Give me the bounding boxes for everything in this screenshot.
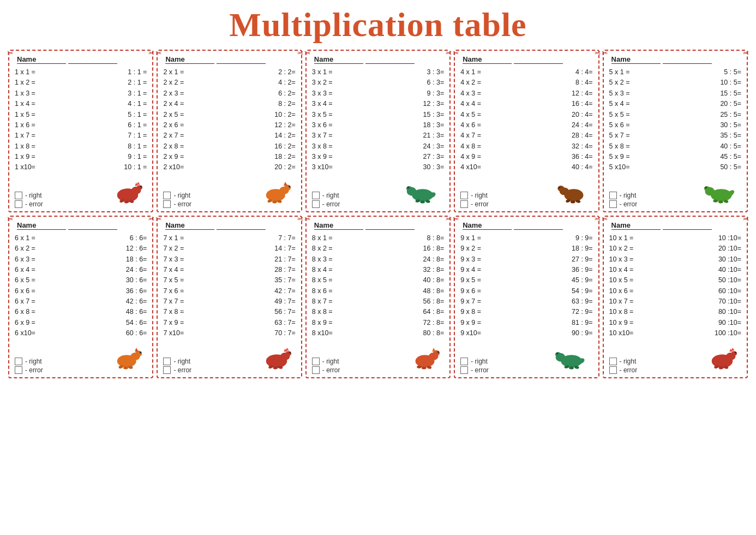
- right-checkbox[interactable]: [609, 192, 617, 199]
- name-underline: [514, 221, 563, 230]
- mult-left: 9 x 5 =: [460, 275, 493, 286]
- error-label: - error: [173, 200, 191, 208]
- dino-pink: [109, 175, 147, 208]
- legend-error-row: - error: [460, 366, 489, 374]
- mult-right: 9 : 1 =: [114, 152, 147, 162]
- svg-point-76: [735, 352, 737, 354]
- card-2: ✂ ✂ Name 2 x 1 = 2 : 2= 2 x 2 = 4 : 2= 2…: [157, 50, 302, 212]
- right-checkbox[interactable]: [163, 358, 171, 365]
- mult-row: 1 x 7 = 7 : 1 =: [15, 130, 147, 141]
- mult-left: 9 x 9 =: [460, 318, 493, 328]
- mult-right: 36 : 4=: [560, 152, 593, 162]
- error-checkbox[interactable]: [163, 200, 171, 208]
- right-checkbox[interactable]: [460, 192, 468, 199]
- mult-left: 5 x 7 =: [609, 130, 642, 141]
- mult-row: 6 x 9 = 54 : 6=: [15, 318, 147, 328]
- mult-left: 6 x 1 =: [15, 233, 47, 243]
- mult-right: 15 : 3=: [411, 110, 444, 120]
- right-checkbox[interactable]: [15, 358, 22, 365]
- mult-row: 9 x 3 = 27 : 9=: [460, 254, 592, 265]
- mult-left: 10 x 5 =: [609, 275, 642, 286]
- legend: - right - error: [312, 358, 340, 374]
- name-label: Name: [463, 221, 512, 230]
- mult-right: 32 : 8=: [411, 265, 444, 275]
- mult-right: 27 : 3=: [411, 152, 444, 162]
- right-label: - right: [322, 358, 339, 365]
- error-checkbox[interactable]: [460, 366, 468, 374]
- mult-right: 70 :10=: [709, 296, 741, 307]
- mult-right: 9 : 3=: [411, 88, 444, 99]
- mult-left: 2 x 1 =: [163, 67, 196, 78]
- error-checkbox[interactable]: [15, 366, 22, 374]
- error-checkbox[interactable]: [609, 366, 617, 374]
- error-checkbox[interactable]: [163, 366, 171, 374]
- mult-right: 21 : 3=: [411, 130, 444, 141]
- legend: - right - error: [15, 358, 43, 374]
- mult-right: 16 : 4=: [560, 99, 593, 109]
- mult-right: 16 : 2=: [263, 141, 296, 152]
- mult-row: 8 x 5 = 40 : 8=: [312, 275, 444, 286]
- legend-error-row: - error: [163, 366, 191, 374]
- mult-row: 7 x 2 = 14 : 7=: [163, 243, 295, 254]
- mult-row: 3 x 3 = 9 : 3=: [312, 88, 444, 99]
- right-checkbox[interactable]: [609, 358, 617, 365]
- error-checkbox[interactable]: [15, 200, 22, 208]
- mult-left: 10 x 8 =: [609, 307, 642, 317]
- mult-left: 3 x 7 =: [312, 130, 345, 141]
- mult-row: 6 x 1 = 6 : 6=: [15, 233, 147, 243]
- mult-left: 6 x 8 =: [15, 307, 47, 317]
- corner-tr-icon: ✂: [443, 49, 452, 57]
- error-label: - error: [25, 366, 43, 374]
- right-checkbox[interactable]: [15, 192, 22, 199]
- mult-row: 5 x 5 = 25 : 5=: [609, 110, 741, 120]
- mult-right: 6 : 3=: [411, 78, 444, 88]
- mult-right: 8 : 8=: [411, 233, 444, 243]
- mult-left: 3 x 1 =: [312, 67, 345, 78]
- right-checkbox[interactable]: [163, 192, 171, 199]
- mult-right: 45 : 5=: [709, 152, 741, 162]
- mult-left: 9 x10=: [460, 328, 493, 338]
- mult-left: 1 x 3 =: [15, 88, 47, 99]
- mult-right: 49 : 7=: [263, 296, 296, 307]
- mult-row: 7 x 9 = 63 : 7=: [163, 318, 295, 328]
- mult-row: 3 x 2 = 6 : 3=: [312, 78, 444, 88]
- right-checkbox[interactable]: [312, 358, 320, 365]
- mult-left: 4 x 2 =: [460, 78, 493, 88]
- error-checkbox[interactable]: [609, 200, 617, 208]
- name-underline: [365, 221, 415, 230]
- error-checkbox[interactable]: [460, 200, 468, 208]
- mult-row: 9 x 7 = 63 : 9=: [460, 296, 592, 307]
- mult-left: 8 x 3 =: [312, 254, 345, 265]
- mult-right: 8 : 4=: [560, 78, 593, 88]
- mult-left: 9 x 7 =: [460, 296, 493, 307]
- card-bottom: - right - error: [609, 341, 741, 374]
- mult-row: 9 x 1 = 9 : 9=: [460, 233, 592, 243]
- mult-row: 8 x 1 = 8 : 8=: [312, 233, 444, 243]
- legend-right-row: - right: [312, 358, 340, 365]
- right-checkbox[interactable]: [312, 192, 320, 199]
- mult-left: 9 x 4 =: [460, 265, 493, 275]
- mult-row: 7 x 8 = 56 : 7=: [163, 307, 295, 317]
- error-checkbox[interactable]: [312, 200, 320, 208]
- mult-row: 7 x 6 = 42 : 7=: [163, 286, 295, 296]
- mult-row: 1 x 2 = 2 : 1 =: [15, 78, 147, 88]
- mult-left: 10 x 7 =: [609, 296, 642, 307]
- corner-tr-icon: ✂: [295, 215, 303, 223]
- svg-point-34: [704, 186, 710, 191]
- mult-row: 4 x10= 40 : 4=: [460, 162, 592, 173]
- mult-right: 64 : 8=: [411, 307, 444, 317]
- legend: - right - error: [609, 358, 638, 374]
- right-checkbox[interactable]: [460, 358, 468, 365]
- mult-left: 1 x 6 =: [15, 120, 47, 130]
- mult-right: 72 : 8=: [411, 318, 444, 328]
- mult-left: 7 x 7 =: [163, 296, 196, 307]
- mult-left: 7 x 5 =: [163, 275, 196, 286]
- mult-right: 18 : 9=: [560, 243, 593, 254]
- mult-row: 9 x10= 90 : 9=: [460, 328, 592, 338]
- mult-left: 3 x10=: [312, 162, 345, 173]
- mult-row: 8 x 7 = 56 : 8=: [312, 296, 444, 307]
- mult-row: 5 x 1 = 5 : 5=: [609, 67, 741, 78]
- legend: - right - error: [460, 192, 489, 208]
- error-checkbox[interactable]: [312, 366, 320, 374]
- mult-right: 42 : 7=: [263, 286, 296, 296]
